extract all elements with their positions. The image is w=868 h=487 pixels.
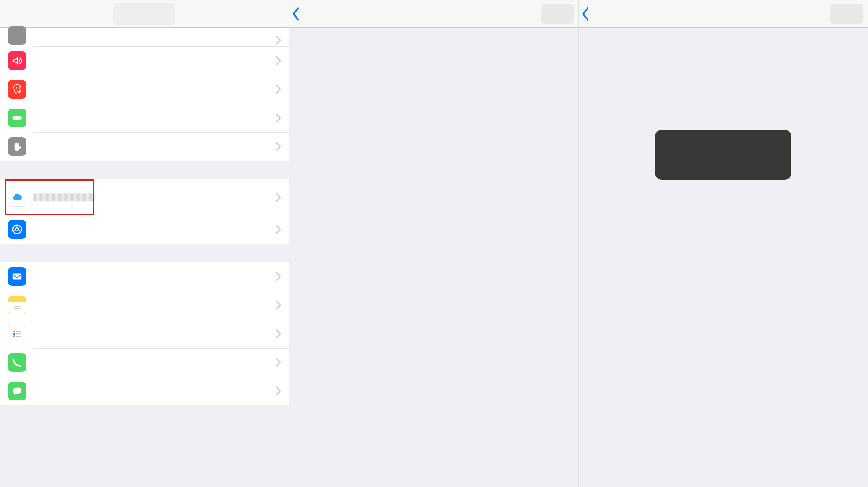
hud-overlay: [655, 130, 791, 180]
svg-point-4: [13, 330, 15, 332]
messages-icon: [8, 382, 26, 400]
settings-row-touchid[interactable]: [0, 75, 289, 104]
nav-avatar[interactable]: [541, 4, 574, 24]
svg-rect-1: [21, 117, 22, 119]
battery-icon: [8, 109, 26, 127]
phone-icon: [8, 353, 26, 372]
settings-row-mailcontacts[interactable]: [0, 262, 289, 291]
settings-row-phone[interactable]: [0, 348, 289, 377]
chevron-right-icon: [276, 329, 281, 338]
group-separator: [0, 161, 289, 179]
appstore-icon: [8, 220, 26, 239]
chevron-right-icon: [276, 85, 281, 94]
settings-row-sounds[interactable]: [0, 46, 289, 75]
icloud-icon: [8, 188, 26, 207]
chevron-right-icon: [276, 272, 281, 281]
notes-icon: [8, 296, 26, 314]
settings-row-privacy[interactable]: [0, 132, 289, 161]
group-separator: [289, 28, 578, 41]
nav-back-button[interactable]: [582, 0, 591, 27]
settings-row-partial[interactable]: [0, 28, 289, 46]
navbar: [0, 0, 289, 28]
chevron-right-icon: [276, 225, 281, 234]
hand-icon: [8, 137, 26, 156]
group-separator: [0, 244, 289, 262]
svg-rect-0: [13, 116, 21, 120]
chevron-right-icon: [276, 358, 281, 367]
account-email-blurred: [33, 193, 95, 201]
fingerprint-icon: [8, 80, 26, 99]
sounds-icon: [8, 51, 26, 70]
spinner-icon: [713, 141, 733, 161]
settings-row-notes[interactable]: [0, 291, 289, 320]
chevron-right-icon: [276, 193, 281, 202]
chevron-right-icon: [276, 36, 281, 45]
settings-row-messages[interactable]: [0, 377, 289, 405]
chevron-right-icon: [276, 142, 281, 151]
nav-back-button[interactable]: [292, 0, 302, 27]
reminders-icon: [8, 325, 26, 343]
chevron-right-icon: [276, 301, 281, 310]
group-separator: [579, 28, 868, 41]
nav-title-background: [113, 3, 175, 25]
settings-row-reminders[interactable]: [0, 320, 289, 348]
screen-settings: [0, 0, 289, 487]
chevron-right-icon: [276, 56, 281, 65]
unknown-icon: [8, 26, 26, 45]
screen-icloud-off: [289, 0, 578, 487]
screen-icloud-on: [579, 0, 868, 487]
chevron-right-icon: [276, 386, 281, 396]
settings-row-appstore[interactable]: [0, 215, 289, 244]
svg-rect-3: [13, 274, 22, 280]
navbar: [289, 0, 578, 28]
navbar: [579, 0, 868, 28]
settings-row-icloud[interactable]: [0, 179, 289, 215]
chevron-right-icon: [276, 113, 281, 123]
svg-point-6: [13, 335, 15, 337]
mail-icon: [8, 267, 26, 286]
nav-avatar[interactable]: [830, 4, 863, 24]
settings-row-battery[interactable]: [0, 104, 289, 132]
svg-point-5: [13, 333, 15, 335]
